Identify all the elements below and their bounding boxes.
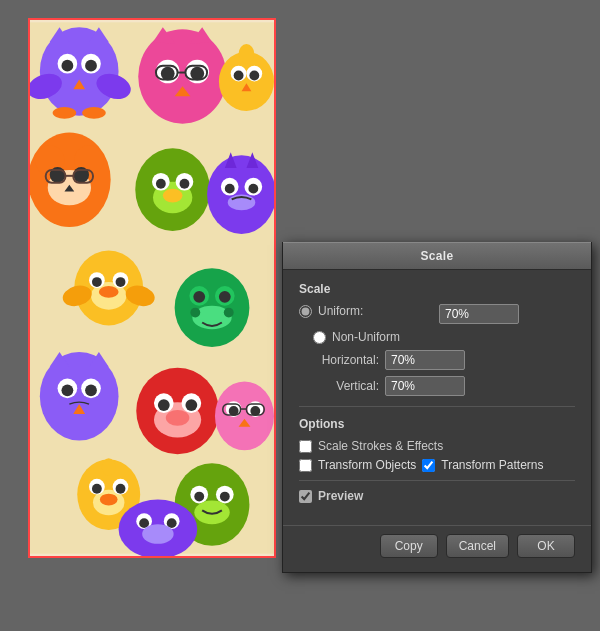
copy-button[interactable]: Copy xyxy=(380,534,438,558)
uniform-radio-row: Uniform: xyxy=(299,304,439,318)
options-section: Options Scale Strokes & Effects Transfor… xyxy=(299,417,575,472)
svg-point-117 xyxy=(142,524,173,544)
scale-strokes-row: Scale Strokes & Effects xyxy=(299,439,575,453)
svg-point-62 xyxy=(116,277,126,287)
uniform-radio[interactable] xyxy=(299,305,312,318)
options-section-label: Options xyxy=(299,417,575,431)
cancel-button[interactable]: Cancel xyxy=(446,534,509,558)
non-uniform-radio-row: Non-Uniform xyxy=(299,330,575,344)
dialog-titlebar: Scale xyxy=(283,242,591,270)
transform-row: Transform Objects Transform Patterns xyxy=(299,458,575,472)
svg-point-104 xyxy=(100,494,118,506)
svg-point-89 xyxy=(215,381,274,450)
dialog-title: Scale xyxy=(421,249,454,263)
horizontal-row: Horizontal: xyxy=(299,350,575,370)
svg-point-52 xyxy=(225,184,235,194)
ok-button[interactable]: OK xyxy=(517,534,575,558)
svg-point-111 xyxy=(194,501,229,525)
preview-checkbox[interactable] xyxy=(299,490,312,503)
svg-point-61 xyxy=(92,277,102,287)
svg-point-72 xyxy=(190,308,200,318)
svg-point-86 xyxy=(158,399,170,411)
svg-point-70 xyxy=(219,291,231,303)
uniform-label[interactable]: Uniform: xyxy=(318,304,363,318)
transform-patterns-label[interactable]: Transform Patterns xyxy=(441,458,543,472)
svg-point-63 xyxy=(99,286,119,298)
uniform-row: Uniform: xyxy=(299,304,575,324)
preview-row: Preview xyxy=(299,480,575,507)
svg-point-13 xyxy=(138,29,227,123)
svg-point-11 xyxy=(53,107,77,119)
dialog-footer: Copy Cancel OK xyxy=(283,525,591,572)
svg-point-102 xyxy=(92,484,102,494)
svg-point-12 xyxy=(82,107,106,119)
transform-objects-checkbox[interactable] xyxy=(299,459,312,472)
horizontal-label: Horizontal: xyxy=(299,353,379,367)
transform-patterns-checkbox[interactable] xyxy=(422,459,435,472)
uniform-input[interactable] xyxy=(439,304,519,324)
vertical-label: Vertical: xyxy=(299,379,379,393)
svg-point-105 xyxy=(102,458,116,476)
svg-point-88 xyxy=(166,410,190,426)
non-uniform-label[interactable]: Non-Uniform xyxy=(332,330,400,344)
svg-point-87 xyxy=(185,399,197,411)
svg-point-78 xyxy=(85,384,97,396)
divider-1 xyxy=(299,406,575,407)
svg-point-77 xyxy=(61,384,73,396)
svg-point-109 xyxy=(194,492,204,502)
canvas-area xyxy=(28,18,276,558)
svg-point-49 xyxy=(207,155,274,234)
dialog-body: Scale Uniform: Non-Uniform Horizontal: V… xyxy=(283,270,591,521)
svg-point-27 xyxy=(234,71,244,81)
scale-strokes-label[interactable]: Scale Strokes & Effects xyxy=(318,439,443,453)
svg-point-4 xyxy=(61,60,73,72)
scale-dialog: Scale Scale Uniform: Non-Uniform Horizon… xyxy=(282,242,592,573)
svg-point-5 xyxy=(85,60,97,72)
transform-objects-label[interactable]: Transform Objects xyxy=(318,458,416,472)
svg-point-30 xyxy=(239,44,255,64)
non-uniform-radio[interactable] xyxy=(313,331,326,344)
svg-point-69 xyxy=(193,291,205,303)
scale-strokes-checkbox[interactable] xyxy=(299,440,312,453)
scale-section-label: Scale xyxy=(299,282,575,296)
preview-label[interactable]: Preview xyxy=(318,489,363,503)
svg-point-53 xyxy=(248,184,258,194)
svg-point-48 xyxy=(163,189,183,203)
svg-point-73 xyxy=(224,308,234,318)
svg-point-110 xyxy=(220,492,230,502)
svg-point-103 xyxy=(116,484,126,494)
artwork-canvas xyxy=(30,20,274,556)
vertical-row: Vertical: xyxy=(299,376,575,396)
svg-point-46 xyxy=(180,179,190,189)
vertical-input[interactable] xyxy=(385,376,465,396)
svg-point-28 xyxy=(249,71,259,81)
svg-point-45 xyxy=(156,179,166,189)
horizontal-input[interactable] xyxy=(385,350,465,370)
